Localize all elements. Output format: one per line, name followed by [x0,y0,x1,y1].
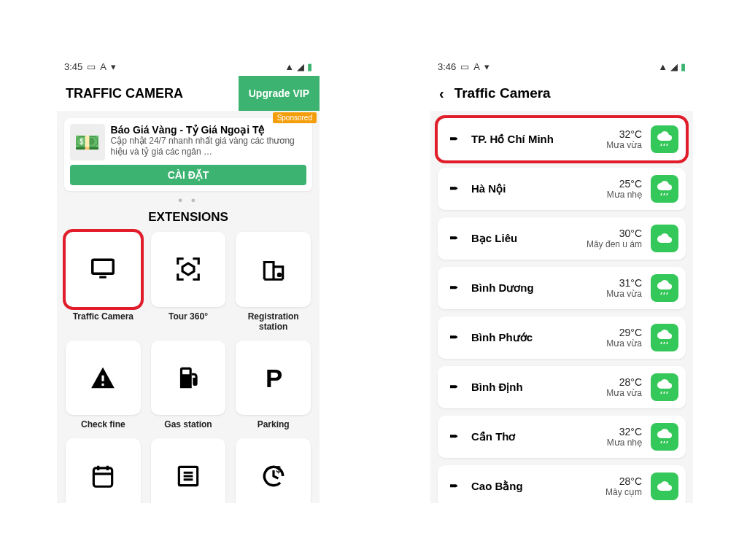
city-row[interactable]: Cần Thơ32°CMưa nhẹ [438,416,686,458]
back-button[interactable]: ‹ [439,85,444,102]
camera-icon [446,481,462,492]
page-header: ‹ Traffic Camera [430,76,693,111]
city-temp: 32°C [606,128,642,140]
parking-icon [260,364,287,392]
city-list: TP. Hồ Chí Minh32°CMưa vừaHà Nội25°CMưa … [430,111,693,503]
city-condition: Mây đen u ám [587,239,642,249]
chevron-down-icon: ▾ [484,61,489,72]
ad-description: Cập nhật 24/7 nhanh nhất giá vàng các th… [111,136,306,158]
status-time: 3:46 [438,61,456,72]
extension-tile[interactable] [66,438,141,503]
extension-label: Parking [236,419,311,429]
city-weather-text: 28°CMưa vừa [606,376,642,398]
extension-calendar[interactable] [66,438,141,503]
camera-icon [446,431,462,443]
extension-tile[interactable] [151,341,226,416]
app-header: TRAFFIC CAMERA Upgrade VIP [57,76,320,111]
city-condition: Mây cụm [605,487,642,497]
monitor-icon [89,255,117,283]
list-icon [174,462,202,490]
city-temp: 25°C [607,178,642,190]
weather-icon [651,175,678,203]
city-condition: Mưa vừa [606,140,642,150]
city-temp: 29°C [606,327,642,338]
screenshot-extensions-screen: 3:45 ▭ A ▾ ▲ ◢ ▮ TRAFFIC CAMERA Upgrade … [57,57,320,503]
city-weather-text: 30°CMây đen u ám [587,228,642,249]
city-weather-text: 28°CMây cụm [605,475,642,497]
extension-monitor[interactable]: Traffic Camera [66,232,141,332]
extension-tile[interactable] [236,232,311,307]
city-weather-text: 31°CMưa vừa [606,277,642,299]
ad-image: 💵 [70,124,105,160]
extension-refresh[interactable] [236,438,311,503]
extension-label: Check fine [66,419,141,429]
wifi-icon: ▲ [285,61,294,72]
city-temp: 28°C [605,475,642,487]
extension-label: Gas station [151,419,226,429]
extension-tile[interactable] [151,232,226,307]
city-name: Bạc Liêu [471,232,578,245]
extension-tile[interactable] [66,341,141,416]
extension-building[interactable]: Registration station [236,232,311,332]
extension-label: Traffic Camera [66,311,141,322]
city-name: Bình Phước [471,331,597,344]
city-weather-text: 32°CMưa vừa [606,128,642,150]
extension-scan[interactable]: Tour 360° [151,232,226,332]
extension-list[interactable] [151,438,226,503]
sponsored-badge: Sponsored [273,112,317,123]
city-temp: 31°C [606,277,642,289]
camera-icon [446,332,462,343]
battery-icon: ▮ [681,61,686,72]
city-row[interactable]: Bình Định28°CMưa vừa [438,366,686,408]
signal-icon: ◢ [297,61,304,72]
chevron-down-icon: ▾ [111,61,116,72]
extension-tile[interactable] [236,341,311,416]
letter-icon: A [473,61,480,72]
upgrade-vip-button[interactable]: Upgrade VIP [239,76,320,111]
city-row[interactable]: Bạc Liêu30°CMây đen u ám [438,217,686,260]
extension-tile[interactable] [236,438,311,503]
signal-icon: ◢ [670,61,678,72]
letter-icon: A [100,61,107,72]
ad-title: Báo Giá Vàng - Tỷ Giá Ngoại Tệ [111,124,306,136]
city-row[interactable]: Bình Dương31°CMưa vừa [438,267,686,309]
picture-icon: ▭ [460,61,469,72]
ad-install-button[interactable]: CÀI ĐẶT [70,165,306,185]
city-condition: Mưa vừa [606,289,642,299]
extension-tile[interactable] [151,438,226,503]
sponsored-ad-card[interactable]: Sponsored 💵 Báo Giá Vàng - Tỷ Giá Ngoại … [64,118,312,191]
screenshot-city-list-screen: 3:46 ▭ A ▾ ▲ ◢ ▮ ‹ Traffic Camera TP. Hồ… [430,57,693,503]
scan-icon [174,255,202,283]
city-condition: Mưa nhẹ [607,438,642,448]
weather-icon [651,423,678,451]
camera-icon [446,233,462,244]
extension-fuel[interactable]: Gas station [151,341,226,430]
weather-icon [651,472,678,500]
extension-label: Tour 360° [151,311,226,322]
city-temp: 30°C [587,228,642,239]
city-temp: 28°C [606,376,642,388]
extensions-heading: EXTENSIONS [57,210,320,225]
status-time: 3:45 [64,61,82,72]
weather-icon [651,225,678,252]
city-row[interactable]: Bình Phước29°CMưa vừa [438,316,686,359]
city-row[interactable]: TP. Hồ Chí Minh32°CMưa vừa [438,118,686,160]
fuel-icon [174,364,202,392]
extensions-grid: Traffic CameraTour 360°Registration stat… [57,232,320,503]
extension-tile[interactable] [66,232,141,307]
status-bar: 3:45 ▭ A ▾ ▲ ◢ ▮ [57,57,320,76]
city-row[interactable]: Hà Nội25°CMưa nhẹ [438,168,686,210]
wifi-icon: ▲ [658,61,667,72]
weather-icon [651,125,678,153]
weather-icon [651,274,678,302]
city-row[interactable]: Cao Bằng28°CMây cụm [438,465,686,503]
extension-label: Registration station [236,311,311,332]
weather-icon [651,324,678,351]
extension-parking[interactable]: Parking [236,341,311,430]
warning-icon [89,364,117,392]
city-name: TP. Hồ Chí Minh [471,133,597,146]
extension-warning[interactable]: Check fine [66,341,141,430]
city-name: Cao Bằng [471,480,597,493]
carousel-dots[interactable]: ● ● [57,195,320,204]
battery-icon: ▮ [307,61,312,72]
